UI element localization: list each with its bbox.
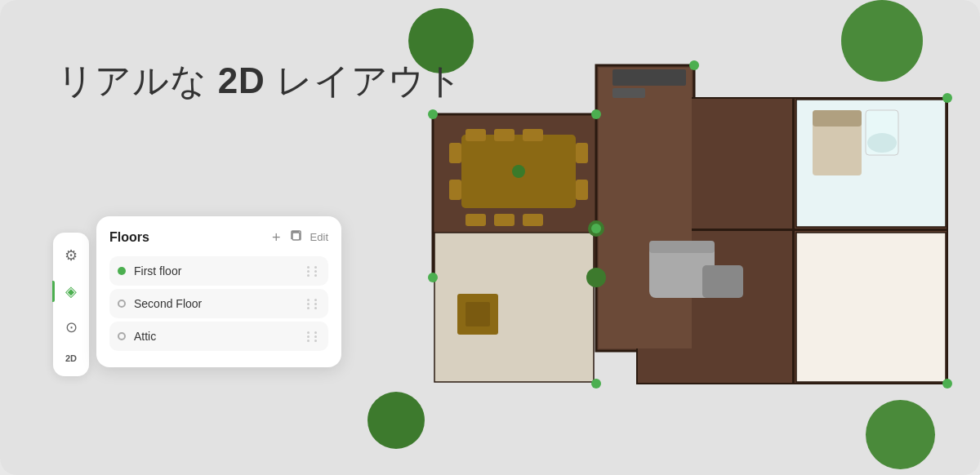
- svg-rect-7: [796, 233, 946, 382]
- svg-point-21: [512, 165, 525, 178]
- sidebar: ⚙ ◈ ⊙ 2D: [53, 233, 89, 376]
- floor-drag-handle-first[interactable]: [307, 266, 320, 277]
- svg-rect-11: [466, 129, 486, 141]
- floor-name-attic: Attic: [134, 330, 307, 343]
- tree-bottom-right: [866, 400, 935, 469]
- svg-rect-18: [576, 143, 588, 163]
- tree-bottom-left: [368, 392, 425, 449]
- headline: リアルな 2D レイアウト: [57, 57, 463, 105]
- camera-icon[interactable]: ⊙: [53, 309, 89, 345]
- svg-point-38: [689, 60, 699, 70]
- floor-name-second: Second Floor: [134, 297, 307, 310]
- floorplan-svg: [392, 16, 964, 457]
- svg-point-35: [428, 109, 438, 119]
- floor-item-second[interactable]: Second Floor: [109, 289, 328, 318]
- settings-icon[interactable]: ⚙: [53, 238, 89, 273]
- svg-rect-29: [702, 265, 743, 298]
- svg-rect-5: [792, 229, 795, 384]
- layers-icon[interactable]: ◈: [53, 273, 89, 309]
- tree-top-right: [841, 0, 923, 82]
- floors-actions: + Edit: [272, 229, 328, 245]
- svg-point-40: [591, 379, 601, 388]
- svg-point-37: [591, 224, 601, 233]
- svg-point-36: [591, 109, 601, 119]
- svg-point-42: [942, 379, 952, 388]
- svg-rect-30: [649, 241, 715, 253]
- floors-title: Floors: [109, 230, 272, 245]
- svg-rect-23: [612, 88, 645, 98]
- floor-name-first: First floor: [134, 264, 307, 277]
- headline-text: リアルな 2D レイアウト: [57, 60, 463, 100]
- svg-rect-16: [523, 214, 543, 226]
- svg-rect-25: [813, 110, 862, 127]
- add-floor-button[interactable]: +: [272, 230, 281, 245]
- svg-point-27: [867, 133, 897, 153]
- svg-rect-43: [292, 233, 300, 240]
- svg-rect-20: [576, 180, 588, 200]
- floor-item-attic[interactable]: Attic: [109, 322, 328, 351]
- main-container: リアルな 2D レイアウト: [0, 0, 980, 475]
- svg-rect-15: [494, 214, 514, 226]
- floor-drag-handle-attic[interactable]: [307, 331, 320, 342]
- copy-floor-button[interactable]: [289, 229, 302, 245]
- svg-point-31: [586, 268, 606, 287]
- edit-floors-button[interactable]: Edit: [310, 231, 328, 243]
- floor-active-indicator: [118, 267, 126, 275]
- svg-rect-22: [612, 69, 686, 86]
- svg-rect-9: [599, 68, 692, 348]
- svg-rect-34: [466, 302, 490, 326]
- floors-header: Floors + Edit: [109, 229, 328, 245]
- svg-rect-12: [494, 129, 514, 141]
- svg-rect-17: [449, 143, 461, 163]
- svg-rect-19: [449, 180, 461, 200]
- floor-drag-handle-second[interactable]: [307, 299, 320, 309]
- view-2d-label[interactable]: 2D: [53, 345, 89, 371]
- floor-inactive-indicator-second: [118, 300, 126, 308]
- svg-point-41: [942, 93, 952, 103]
- svg-rect-3: [792, 98, 795, 229]
- svg-rect-13: [523, 129, 543, 141]
- svg-point-39: [428, 273, 438, 282]
- floors-panel: Floors + Edit First floor Se: [96, 216, 341, 367]
- floor-inactive-indicator-attic: [118, 332, 126, 340]
- svg-rect-14: [466, 214, 486, 226]
- floor-item-first[interactable]: First floor: [109, 256, 328, 286]
